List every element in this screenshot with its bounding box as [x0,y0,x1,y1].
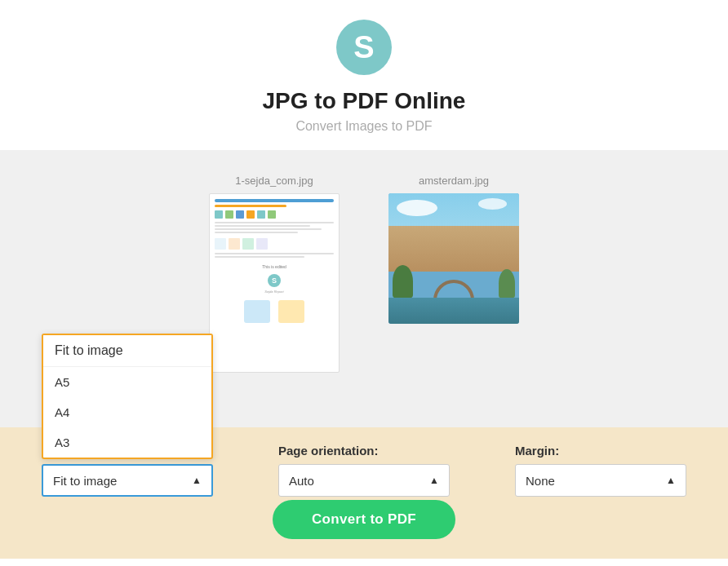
page-size-arrow-icon: ▲ [192,475,202,486]
image-label-document: 1-sejda_com.jpg [235,175,313,187]
margin-group: Margin: None ▲ [515,444,686,497]
page-size-dropdown-closed[interactable]: Fit to image ▲ [42,464,213,497]
page-size-group: Page size: Fit to image A5 A4 A3 Fit to … [42,444,213,497]
dropdown-option-a5[interactable]: A5 [43,367,211,397]
orientation-label: Page orientation: [278,444,379,458]
controls-row: Page size: Fit to image A5 A4 A3 Fit to … [33,444,695,497]
image-item-photo: amsterdam.jpg [388,175,519,324]
orientation-arrow-icon: ▲ [429,475,439,486]
controls-area: Page size: Fit to image A5 A4 A3 Fit to … [0,427,728,559]
dropdown-option-a4[interactable]: A4 [43,397,211,427]
orientation-dropdown[interactable]: Auto ▲ [278,464,450,497]
page-size-selected-value: Fit to image [53,474,117,488]
dropdown-option-fit-top[interactable]: Fit to image [43,335,211,367]
margin-value: None [526,474,555,488]
orientation-value: Auto [289,474,314,488]
document-thumbnail: This is edited S Sejda Report [209,193,340,373]
doc-bottom-icons [215,300,334,323]
orientation-group: Page orientation: Auto ▲ [278,444,450,497]
doc-s-icon: S [268,274,281,287]
page-title: JPG to PDF Online [0,88,728,114]
page-size-dropdown-open[interactable]: Fit to image A5 A4 A3 [42,334,213,459]
margin-arrow-icon: ▲ [666,475,676,486]
image-item-document: 1-sejda_com.jpg [209,175,340,373]
image-label-photo: amsterdam.jpg [419,175,489,187]
margin-dropdown[interactable]: None ▲ [515,464,686,497]
logo-letter: S [353,32,374,63]
dropdown-option-a3[interactable]: A3 [43,427,211,458]
logo: S [336,20,392,75]
page-subtitle: Convert Images to PDF [0,119,728,134]
convert-button[interactable]: Convert to PDF [273,500,455,539]
margin-label: Margin: [515,444,559,458]
convert-btn-wrap: Convert to PDF [33,500,695,539]
photo-thumbnail [388,193,519,324]
header: S JPG to PDF Online Convert Images to PD… [0,0,728,150]
